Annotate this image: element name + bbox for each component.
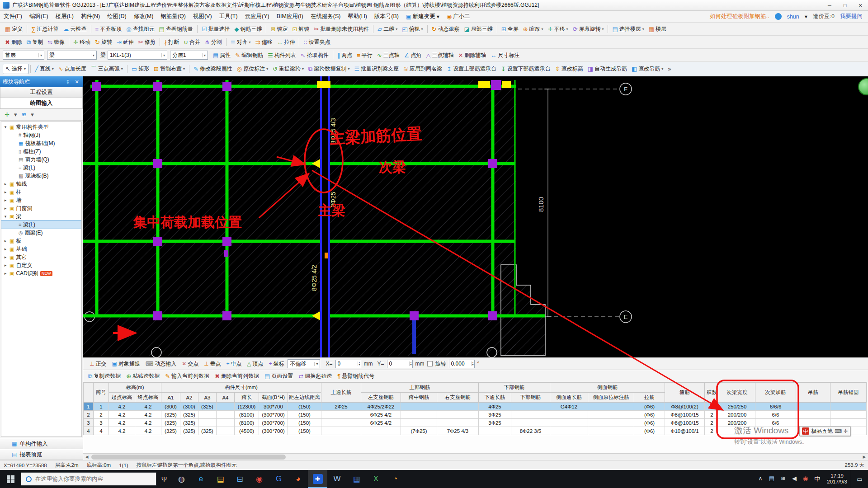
spinner-icon[interactable]: ▴▾ [409, 361, 412, 366]
tree-item[interactable]: ▸ ▣ 墙 [1, 196, 81, 204]
table-cell[interactable]: 1 [94, 403, 109, 411]
toolbar-button[interactable]: ≋ 应用到同名梁 [401, 64, 444, 74]
table-cell[interactable]: 4.2 [135, 419, 161, 427]
toolbar-button[interactable]: ∷ 设置夹点 [301, 38, 332, 47]
angle-value-field[interactable] [451, 361, 471, 367]
table-cell[interactable] [321, 411, 361, 419]
table-cell[interactable] [511, 419, 550, 427]
table-cell[interactable]: (325) [180, 427, 198, 435]
menu-item[interactable]: 编辑(E) [26, 13, 52, 20]
toolbar-button[interactable] [373, 25, 373, 33]
table-cell[interactable] [796, 403, 830, 411]
tree-item[interactable]: ▸ ▣ 自定义 [1, 261, 81, 269]
toolbar-button[interactable]: ↺ 重提梁跨 ▾ [270, 64, 306, 74]
toolbar-button[interactable]: ⊕ 缩放 ▾ [521, 24, 546, 34]
toolbar-button[interactable]: ☁ 云检查 [61, 24, 89, 34]
tree-item[interactable]: ▸ ▣ 轴线 [1, 180, 81, 188]
tab-project-settings[interactable]: 工程设置 [0, 87, 83, 98]
toolbar-button[interactable]: ☰ 批量识别梁支座 [352, 64, 401, 74]
table-cell[interactable]: (325) [161, 427, 180, 435]
table-cell[interactable] [321, 419, 361, 427]
snap-toggle[interactable]: ⌨ 动态输入 [143, 360, 179, 368]
table-cell[interactable]: (150) [288, 419, 321, 427]
tray-icon[interactable]: ≋ [778, 475, 789, 483]
toolbar-button[interactable]: ▤ 查看钢筋量 [157, 24, 195, 34]
table-toolbar-button[interactable]: ✎ 输入当前列数据 [163, 371, 212, 381]
table-cell[interactable] [719, 427, 755, 435]
toolbar-button[interactable]: ⊞ 全屏 [499, 24, 521, 34]
taskbar-app[interactable]: ⊟ [230, 470, 250, 488]
table-cell[interactable]: 2Φ25 [321, 403, 361, 411]
toolbar-button[interactable]: ╱ 直线 ▾ [33, 64, 56, 74]
table-cell[interactable] [437, 419, 479, 427]
taskbar-app[interactable]: X [366, 470, 386, 488]
pin-icon[interactable]: ↧ [65, 79, 71, 85]
ime-language-icon[interactable]: 中 [802, 427, 809, 435]
table-cell[interactable] [217, 427, 235, 435]
tree-item[interactable]: ◎ 圈梁(E) [1, 229, 81, 237]
toolbar-button[interactable]: ↖ 拾取构件 [298, 51, 331, 60]
toolbar-button[interactable]: » [665, 65, 673, 73]
toolbar-button[interactable] [30, 65, 31, 73]
toolbar-button[interactable] [299, 38, 299, 46]
table-cell[interactable]: 2 [705, 419, 719, 427]
toolbar-button[interactable]: ⇥ 延伸 [114, 38, 136, 47]
table-cell[interactable] [511, 403, 550, 411]
toolbar-button[interactable]: △ 三点辅轴 [424, 51, 456, 60]
toolbar-button[interactable]: ≡ 平行 [354, 51, 375, 60]
chevron-down-icon[interactable]: ▾ [805, 13, 807, 20]
table-cell[interactable]: 2 [705, 411, 719, 419]
table-cell[interactable]: 4.2 [135, 427, 161, 435]
toolbar-button[interactable]: ⇋ 镜像 [45, 38, 67, 47]
toolbar-button[interactable]: ▱ 二维 ▾ [375, 24, 400, 34]
tree-item[interactable]: ▾ ▣ 常用构件类型 [1, 123, 81, 131]
table-cell[interactable] [321, 427, 361, 435]
table-toolbar-button[interactable]: ⊕ 粘贴跨数据 [124, 371, 162, 381]
table-cell[interactable]: Φ10@100/1 [665, 427, 705, 435]
table-cell[interactable]: (300*700) [259, 419, 288, 427]
mic-icon[interactable]: Ψ [156, 475, 172, 483]
table-cell[interactable] [796, 411, 830, 419]
taskbar-app[interactable]: ◔ [386, 470, 405, 488]
tree-expand-arrow[interactable]: ▸ [3, 182, 8, 186]
table-cell[interactable]: (300*700) [259, 411, 288, 419]
price-beans[interactable]: 造价豆:0 [813, 13, 835, 20]
table-cell[interactable] [796, 419, 830, 427]
table-cell[interactable]: 4.2 [109, 419, 135, 427]
toolbar-button[interactable] [127, 65, 127, 73]
tree-expand-arrow[interactable]: ▸ [3, 198, 8, 202]
tree-expand-arrow[interactable]: ▾ [3, 125, 8, 129]
table-cell[interactable]: (300) [161, 403, 180, 411]
toolbar-button[interactable]: ∿ 点加长度 [56, 64, 89, 74]
table-cell[interactable]: 2 [705, 403, 719, 411]
table-cell[interactable]: (325) [161, 411, 180, 419]
tree-item[interactable]: ▸ ▣ 柱 [1, 188, 81, 196]
menu-item[interactable]: 绘图(D) [104, 13, 130, 20]
toolbar-button[interactable]: ⇉ 偏移 [253, 38, 275, 47]
layer-select[interactable]: 分层1▾ [170, 51, 208, 60]
table-cell[interactable] [437, 403, 479, 411]
toolbar-button[interactable]: ◰ 俯视 ▾ [400, 24, 425, 34]
tree-expand-arrow[interactable]: ▸ [3, 263, 8, 267]
menu-item[interactable]: 构件(N) [77, 13, 104, 20]
table-cell[interactable]: 4.2 [135, 411, 161, 419]
spinner-icon[interactable]: ▴▾ [358, 361, 360, 366]
toolbar-button[interactable]: ↻ 动态观察 [429, 24, 462, 34]
toolbar-button[interactable]: ↻ 旋转 [93, 38, 114, 47]
table-cell[interactable]: 4Φ25 [479, 403, 511, 411]
tree-item[interactable]: # 轴网(J) [1, 131, 81, 139]
component-select[interactable]: 1KL-1(3)▾ [108, 51, 167, 60]
toolbar-button[interactable] [69, 38, 69, 46]
toolbar-button[interactable]: ⌒ 三点画弧 ▾ [89, 64, 125, 74]
row-number[interactable]: 3 [84, 419, 94, 427]
taskbar-app[interactable]: G [269, 470, 288, 488]
tray-icon[interactable]: ▤ [766, 475, 778, 483]
toolbar-button[interactable] [27, 25, 27, 33]
toolbar-button[interactable] [333, 51, 333, 59]
table-cell[interactable]: (325) [180, 419, 198, 427]
username[interactable]: shun [787, 14, 799, 20]
tray-icon[interactable]: 中 [811, 475, 823, 483]
table-cell[interactable]: 3Φ25 [479, 419, 511, 427]
taskbar-app[interactable]: e [191, 470, 211, 488]
table-toolbar-button[interactable]: ✖ 删除当前列数据 [212, 371, 261, 381]
